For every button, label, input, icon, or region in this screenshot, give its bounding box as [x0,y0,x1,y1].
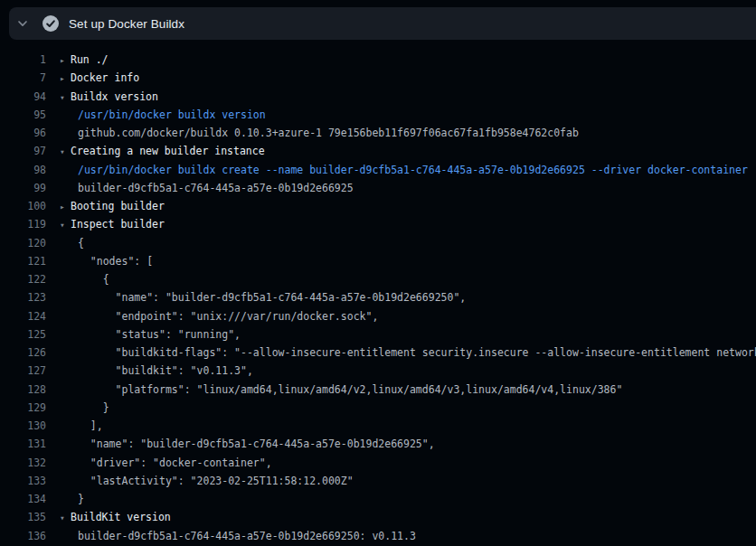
line-number[interactable]: 94 [0,90,47,103]
log-line: 99 builder-d9cfb5a1-c764-445a-a57e-0b19d… [0,179,756,197]
log-group-toggle[interactable]: ▾Creating a new builder instance [47,145,265,157]
line-content: "name": "builder-d9cfb5a1-c764-445a-a57e… [47,291,466,304]
log-line: 136 builder-d9cfb5a1-c764-445a-a57e-0b19… [0,527,756,545]
line-content: "endpoint": "unix:///var/run/docker.sock… [47,310,378,323]
line-number[interactable]: 125 [0,328,47,341]
log-line: 7 ▸Docker info [0,69,756,87]
line-content: } [47,493,84,505]
line-number[interactable]: 127 [0,364,47,377]
line-content: /usr/bin/docker buildx create --name bui… [47,164,748,176]
log-line: 126 "buildkitd-flags": "--allow-insecure… [0,344,756,362]
log-line: 95 /usr/bin/docker buildx version [0,106,756,124]
group-title: BuildKit version [71,511,171,523]
log-line: 100 ▸Booting builder [0,197,756,215]
line-content: { [47,273,109,286]
line-content: builder-d9cfb5a1-c764-445a-a57e-0b19d2e6… [47,530,416,542]
disclosure-expanded-icon: ▾ [60,92,71,102]
log-line: 1 ▸Run ./ [0,51,756,69]
disclosure-expanded-icon: ▾ [60,220,71,230]
log-line: 120 { [0,234,756,252]
line-number[interactable]: 131 [0,438,47,450]
log-line: 123 "name": "builder-d9cfb5a1-c764-445a-… [0,288,756,306]
log-line: 124 "endpoint": "unix:///var/run/docker.… [0,307,756,325]
line-number[interactable]: 129 [0,401,47,414]
log-line: 132 "driver": "docker-container", [0,454,756,472]
log-line: 125 "status": "running", [0,325,756,344]
line-content: "status": "running", [47,328,241,341]
line-number[interactable]: 134 [0,493,47,505]
log-line: 130 ], [0,417,756,435]
line-number[interactable]: 123 [0,291,47,304]
line-number[interactable]: 128 [0,383,47,396]
group-title: Docker info [71,71,139,84]
line-number[interactable]: 7 [0,71,47,84]
log-line: 133 "lastActivity": "2023-02-25T11:58:12… [0,472,756,490]
line-number[interactable]: 120 [0,237,47,249]
log-group-toggle[interactable]: ▾Buildx version [47,90,158,103]
step-header[interactable]: Set up Docker Buildx [9,7,756,40]
line-number[interactable]: 119 [0,218,47,231]
disclosure-collapsed-icon: ▸ [60,73,71,83]
group-title: Run ./ [71,53,109,66]
log-line: 96 github.com/docker/buildx 0.10.3+azure… [0,124,756,142]
line-content: "buildkit": "v0.11.3", [47,364,253,377]
log-group-toggle[interactable]: ▸Booting builder [47,200,165,212]
group-title: Creating a new builder instance [71,145,265,157]
check-circle-icon [43,15,59,32]
log-group-toggle[interactable]: ▸Run ./ [47,53,109,66]
log-line: 119 ▾Inspect builder [0,215,756,233]
line-number[interactable]: 136 [0,530,47,542]
line-number[interactable]: 97 [0,145,47,157]
log-line: 94 ▾Buildx version [0,88,756,106]
line-number[interactable]: 124 [0,310,47,323]
disclosure-expanded-icon: ▾ [60,146,71,156]
group-title: Booting builder [71,200,165,212]
log-line: 134 } [0,490,756,508]
line-content: } [47,401,109,414]
log-line: 128 "platforms": "linux/amd64,linux/amd6… [0,381,756,399]
log-group-toggle[interactable]: ▾Inspect builder [47,218,165,231]
line-content: "buildkitd-flags": "--allow-insecure-ent… [47,346,756,359]
line-number[interactable]: 135 [0,511,47,523]
log-group-toggle[interactable]: ▾BuildKit version [47,511,171,523]
log-lines: 1 ▸Run ./ 7 ▸Docker info 94 ▾Buildx vers… [0,51,756,545]
disclosure-expanded-icon: ▾ [60,513,71,522]
line-content: "driver": "docker-container", [47,457,272,469]
chevron-down-icon[interactable] [16,17,29,30]
log-group-toggle[interactable]: ▸Docker info [47,71,139,84]
line-number[interactable]: 100 [0,200,47,212]
disclosure-collapsed-icon: ▸ [60,202,71,212]
step-title: Set up Docker Buildx [69,17,184,31]
group-title: Buildx version [71,90,158,103]
line-number[interactable]: 1 [0,53,47,66]
line-number[interactable]: 99 [0,182,47,194]
log-line: 135 ▾BuildKit version [0,508,756,526]
log-line: 122 { [0,270,756,288]
disclosure-collapsed-icon: ▸ [60,55,71,65]
log-line: 127 "buildkit": "v0.11.3", [0,362,756,380]
line-number[interactable]: 126 [0,346,47,359]
log-line: 97 ▾Creating a new builder instance [0,142,756,160]
line-content: "platforms": "linux/amd64,linux/amd64/v2… [47,383,622,396]
line-number[interactable]: 130 [0,419,47,432]
log-line: 129 } [0,399,756,417]
line-number[interactable]: 121 [0,255,47,268]
log-line: 121 "nodes": [ [0,252,756,270]
line-content: ], [47,419,103,432]
group-title: Inspect builder [71,218,165,231]
line-number[interactable]: 95 [0,108,47,121]
line-number[interactable]: 98 [0,164,47,176]
line-content: /usr/bin/docker buildx version [47,108,266,121]
line-number[interactable]: 96 [0,127,47,139]
line-content: "name": "builder-d9cfb5a1-c764-445a-a57e… [47,438,435,450]
line-content: { [47,237,84,249]
line-number[interactable]: 133 [0,475,47,487]
line-content: builder-d9cfb5a1-c764-445a-a57e-0b19d2e6… [47,182,354,194]
log-line: 131 "name": "builder-d9cfb5a1-c764-445a-… [0,435,756,453]
line-content: "nodes": [ [47,255,153,268]
line-content: "lastActivity": "2023-02-25T11:58:12.000… [47,475,354,487]
line-number[interactable]: 122 [0,273,47,286]
line-number[interactable]: 132 [0,457,47,469]
log-line: 98 /usr/bin/docker buildx create --name … [0,161,756,179]
line-content: github.com/docker/buildx 0.10.3+azure-1 … [47,127,579,139]
